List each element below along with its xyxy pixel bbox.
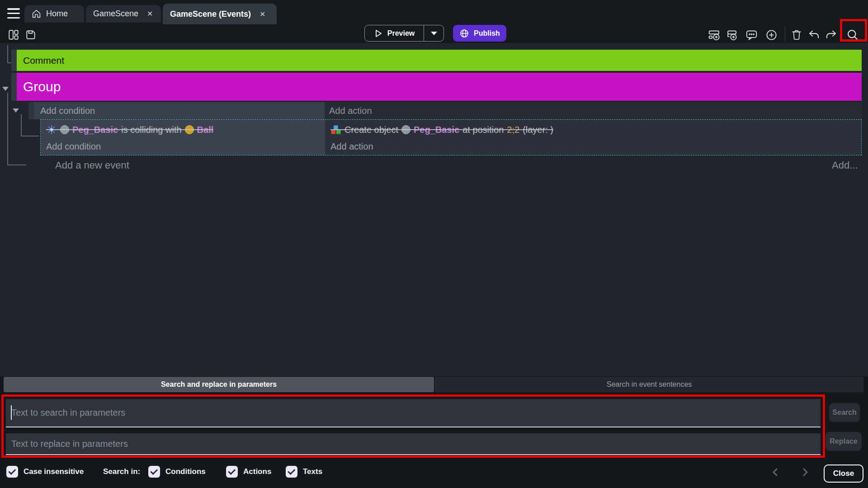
text-cursor <box>11 405 12 420</box>
condition-sentence[interactable]: Peg_Basic is colliding with Ball <box>46 121 213 139</box>
comment-handle[interactable] <box>11 50 17 71</box>
replace-input[interactable] <box>6 433 821 454</box>
tree-line <box>7 164 26 165</box>
publish-button[interactable]: Publish <box>453 25 506 42</box>
position-parameter: 2;2 <box>507 125 519 135</box>
close-button[interactable]: Close <box>824 465 863 483</box>
next-result-button[interactable] <box>801 468 809 477</box>
group-event[interactable]: Group <box>17 73 862 101</box>
event-sheet: Comment Group Add condition Add action P… <box>0 43 868 376</box>
replace-input-wrap <box>6 433 821 455</box>
conditions-label: Conditions <box>165 467 206 476</box>
home-icon <box>32 9 41 19</box>
tab-search-replace-parameters[interactable]: Search and replace in parameters <box>4 377 434 392</box>
search-in-label: Search in: <box>103 467 140 476</box>
comment-event[interactable]: Comment <box>17 50 862 71</box>
selected-event[interactable]: Peg_Basic is colliding with Ball Add con… <box>40 119 862 155</box>
gdevelop-events-editor: Home GameScene ✕ GameScene (Events) ✕ Pr… <box>0 0 868 488</box>
preview-label: Preview <box>387 29 415 38</box>
condition-text: is colliding with <box>121 125 181 135</box>
add-action-row[interactable]: Add action <box>325 102 862 119</box>
actions-checkbox[interactable] <box>226 466 238 478</box>
close-icon[interactable]: ✕ <box>259 10 265 19</box>
save-icon[interactable] <box>24 28 37 41</box>
tab-label: GameScene (Events) <box>170 9 251 19</box>
conditions-column: Peg_Basic is colliding with Ball Add con… <box>41 120 325 155</box>
add-more-link[interactable]: Add... <box>832 160 858 171</box>
undo-icon[interactable] <box>807 28 820 41</box>
add-event-icon[interactable] <box>708 28 721 41</box>
add-condition-row[interactable]: Add condition <box>34 102 325 119</box>
comment-icon[interactable] <box>745 28 758 41</box>
tab-home[interactable]: Home <box>24 5 84 23</box>
publish-label: Publish <box>474 29 500 38</box>
tree-line <box>21 114 22 136</box>
event-handle[interactable] <box>28 102 34 119</box>
object-name: Peg_Basic <box>72 125 118 135</box>
object-name: Peg_Basic <box>414 125 459 135</box>
tab-label: Search in event sentences <box>607 380 692 389</box>
add-new-event-link[interactable]: Add a new event <box>55 160 129 171</box>
action-text: (layer: ) <box>523 125 553 135</box>
comment-text: Comment <box>23 55 64 66</box>
texts-label: Texts <box>303 467 322 476</box>
redo-icon[interactable] <box>825 28 837 41</box>
tree-line <box>7 45 8 63</box>
collision-icon <box>46 124 57 135</box>
conditions-checkbox[interactable] <box>148 466 160 478</box>
preview-button[interactable]: Preview <box>364 25 424 42</box>
fold-arrow-group[interactable] <box>2 87 9 91</box>
search-input[interactable] <box>6 399 821 427</box>
previous-result-button[interactable] <box>771 468 779 477</box>
case-insensitive-checkbox[interactable] <box>6 466 18 478</box>
action-text: at position <box>462 125 504 135</box>
fold-arrow-event[interactable] <box>13 108 19 113</box>
preview-dropdown-button[interactable] <box>424 25 444 42</box>
peg-basic-object-icon <box>60 125 69 134</box>
play-icon <box>374 29 383 38</box>
group-handle[interactable] <box>11 73 17 101</box>
search-button-label: Search <box>832 408 856 417</box>
toggle-panels-icon[interactable] <box>7 28 20 41</box>
add-action-label: Add action <box>329 106 372 116</box>
search-panel: Search and replace in parameters Search … <box>0 376 868 488</box>
search-icon[interactable] <box>846 28 859 41</box>
preview-button-group: Preview <box>364 25 444 42</box>
top-bar: Home GameScene ✕ GameScene (Events) ✕ Pr… <box>0 0 868 43</box>
replace-button-label: Replace <box>830 437 857 446</box>
object-name: Ball <box>197 125 214 135</box>
chevron-down-icon <box>431 32 437 35</box>
tree-line <box>21 136 39 136</box>
tree-line <box>7 93 8 165</box>
tab-gamescene[interactable]: GameScene ✕ <box>86 5 161 23</box>
group-text: Group <box>23 79 61 94</box>
toolbar-divider <box>785 26 785 42</box>
peg-basic-object-icon <box>401 125 410 134</box>
add-subevent-icon[interactable] <box>725 28 738 41</box>
action-sentence[interactable]: Create object Peg_Basic at position 2;2 … <box>330 121 553 139</box>
add-circle-icon[interactable] <box>765 28 778 41</box>
tab-label: Home <box>46 9 68 19</box>
menu-icon[interactable] <box>7 8 20 19</box>
tab-label: GameScene <box>93 9 138 19</box>
delete-icon[interactable] <box>790 28 803 41</box>
tab-label: Search and replace in parameters <box>161 380 277 389</box>
case-insensitive-label: Case insensitive <box>24 467 84 476</box>
add-condition-link[interactable]: Add condition <box>46 139 325 154</box>
search-input-wrap <box>6 399 821 427</box>
actions-label: Actions <box>243 467 271 476</box>
add-condition-label: Add condition <box>40 106 95 116</box>
actions-column: Create object Peg_Basic at position 2;2 … <box>325 120 861 155</box>
replace-button[interactable]: Replace <box>826 432 862 451</box>
action-text: Create object <box>344 125 398 135</box>
close-button-label: Close <box>833 469 854 478</box>
tab-gamescene-events[interactable]: GameScene (Events) ✕ <box>163 4 277 24</box>
tab-search-event-sentences[interactable]: Search in event sentences <box>435 377 863 392</box>
ball-object-icon <box>185 125 194 134</box>
search-button[interactable]: Search <box>829 403 860 422</box>
create-object-icon <box>330 124 341 135</box>
texts-checkbox[interactable] <box>286 466 297 478</box>
close-icon[interactable]: ✕ <box>147 9 153 18</box>
add-action-link[interactable]: Add action <box>330 139 861 154</box>
globe-icon <box>459 28 469 38</box>
